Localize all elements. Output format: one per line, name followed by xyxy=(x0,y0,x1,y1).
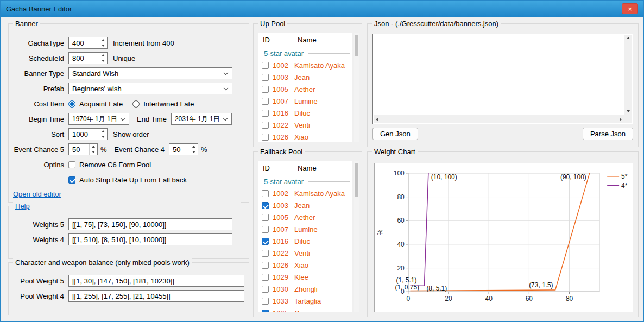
json-horizontal-scrollbar[interactable] xyxy=(374,115,624,123)
event-chance-5-spinner[interactable]: 50 xyxy=(68,143,98,155)
fallback-pool-scrollbar[interactable] xyxy=(354,161,359,312)
spin-down-icon[interactable] xyxy=(90,149,97,155)
id-column-header[interactable]: ID xyxy=(258,161,292,175)
spin-down-icon[interactable] xyxy=(99,43,107,48)
spin-down-icon[interactable] xyxy=(99,134,107,140)
list-item[interactable]: 1022Venti xyxy=(258,119,352,131)
checkbox-icon[interactable] xyxy=(68,161,75,168)
scrollbar-thumb[interactable] xyxy=(355,163,358,197)
row-checkbox-icon[interactable] xyxy=(262,286,269,293)
scroll-up-icon[interactable] xyxy=(627,37,630,39)
spin-up-icon[interactable] xyxy=(99,37,107,43)
gacha-type-value: 400 xyxy=(72,39,84,47)
auto-strip-checkbox-option[interactable]: Auto Strip Rate Up From Fall back xyxy=(68,176,187,184)
id-column-header[interactable]: ID xyxy=(258,33,292,47)
name-column-header[interactable]: Name xyxy=(292,33,317,47)
row-id: 1022 xyxy=(273,121,294,129)
pool-weight5-value: [[1, 30], [147, 150], [181, 10230]] xyxy=(72,277,174,285)
list-item[interactable]: 1016Diluc xyxy=(258,235,352,247)
list-item[interactable]: 1022Venti xyxy=(258,247,352,259)
list-item[interactable]: 1007Lumine xyxy=(258,95,352,107)
list-item[interactable]: 1005Aether xyxy=(258,83,352,95)
scrollbar-thumb[interactable] xyxy=(355,35,358,56)
spin-down-icon[interactable] xyxy=(190,149,198,155)
list-item[interactable]: 1029Klee xyxy=(258,271,352,283)
schedule-id-spinner[interactable]: 800 xyxy=(68,52,108,64)
weights5-input[interactable]: [[1, 75], [73, 150], [90, 10000]] xyxy=(68,218,232,230)
row-name: Aether xyxy=(294,85,315,93)
scroll-down-icon[interactable] xyxy=(627,110,630,112)
spin-up-icon[interactable] xyxy=(190,144,198,149)
gen-json-button[interactable]: Gen Json xyxy=(372,128,418,140)
event-chance-4-spinner[interactable]: 50 xyxy=(169,143,198,155)
prefab-value: Beginners' wish xyxy=(72,85,122,93)
pool-weight5-input[interactable]: [[1, 30], [147, 150], [181, 10230]] xyxy=(68,275,244,287)
list-item[interactable]: 1003Jean xyxy=(258,199,352,211)
table-header: ID Name xyxy=(258,33,352,47)
list-item[interactable]: 1007Lumine xyxy=(258,223,352,235)
list-item[interactable]: 1005Aether xyxy=(258,211,352,223)
row-checkbox-icon[interactable] xyxy=(262,110,269,117)
up-pool-scrollbar[interactable] xyxy=(354,33,359,142)
scroll-right-icon[interactable] xyxy=(620,118,622,121)
group-row[interactable]: 5-star avatar xyxy=(258,47,352,59)
list-item[interactable]: 1002Kamisato Ayaka xyxy=(258,187,352,199)
radio-icon[interactable] xyxy=(68,100,75,108)
prefab-select[interactable]: Beginners' wish xyxy=(68,83,232,94)
list-item[interactable]: 1003Jean xyxy=(258,71,352,83)
list-item[interactable]: 1035Qiqi xyxy=(258,307,352,312)
row-checkbox-icon[interactable] xyxy=(262,74,269,81)
pool-weight4-input[interactable]: [[1, 255], [17, 255], [21, 10455]] xyxy=(68,290,244,302)
group-row[interactable]: 5-star avatar xyxy=(258,175,352,187)
json-vertical-scrollbar[interactable] xyxy=(624,35,632,115)
row-checkbox-icon[interactable] xyxy=(262,86,269,93)
remove-c6-checkbox-option[interactable]: Remove C6 Form Pool xyxy=(68,161,151,169)
sort-spinner[interactable]: 1000 xyxy=(68,128,108,140)
weights4-input[interactable]: [[1, 510], [8, 510], [10, 10000]] xyxy=(68,233,232,245)
svg-text:5*: 5* xyxy=(621,173,628,180)
list-item[interactable]: 1002Kamisato Ayaka xyxy=(258,59,352,71)
row-checkbox-icon[interactable] xyxy=(262,202,269,209)
spin-up-icon[interactable] xyxy=(99,53,107,58)
row-checkbox-icon[interactable] xyxy=(262,214,269,221)
acquaint-fate-radio-option[interactable]: Acquaint Fate xyxy=(68,100,123,108)
list-item[interactable]: 1030Zhongli xyxy=(258,283,352,295)
begin-time-picker[interactable]: 1970年 1月 1日 xyxy=(68,113,129,125)
list-item[interactable]: 1026Xiao xyxy=(258,131,352,142)
checkbox-icon[interactable] xyxy=(68,176,75,184)
end-time-picker[interactable]: 2031年 1月 1日 xyxy=(171,113,232,125)
title-bar[interactable]: Gacha Banner Editor × xyxy=(1,1,643,17)
row-checkbox-icon[interactable] xyxy=(262,190,269,197)
banner-type-select[interactable]: Standard Wish xyxy=(68,67,232,79)
acquaint-fate-label: Acquaint Fate xyxy=(79,100,123,108)
spin-down-icon[interactable] xyxy=(99,58,107,64)
name-column-header[interactable]: Name xyxy=(292,161,317,175)
row-checkbox-icon[interactable] xyxy=(262,274,269,281)
open-old-editor-link[interactable]: Open old editor xyxy=(13,190,61,198)
row-checkbox-icon[interactable] xyxy=(262,238,269,245)
row-checkbox-icon[interactable] xyxy=(262,98,269,105)
scroll-left-icon[interactable] xyxy=(376,118,378,121)
row-checkbox-icon[interactable] xyxy=(262,134,269,141)
close-button[interactable]: × xyxy=(622,3,638,14)
row-name: Jean xyxy=(294,201,310,210)
spin-up-icon[interactable] xyxy=(90,144,97,149)
intertwined-fate-radio-option[interactable]: Intertwined Fate xyxy=(132,100,194,108)
row-checkbox-icon[interactable] xyxy=(262,62,269,69)
help-link[interactable]: Help xyxy=(13,202,241,210)
row-checkbox-icon[interactable] xyxy=(262,122,269,129)
parse-json-button[interactable]: Parse Json xyxy=(583,128,633,140)
row-checkbox-icon[interactable] xyxy=(262,250,269,257)
list-item[interactable]: 1033Tartaglia xyxy=(258,295,352,307)
gacha-type-spinner[interactable]: 400 xyxy=(68,37,108,49)
spin-up-icon[interactable] xyxy=(99,129,107,134)
json-textarea[interactable] xyxy=(372,34,633,124)
row-checkbox-icon[interactable] xyxy=(262,298,269,305)
row-checkbox-icon[interactable] xyxy=(262,310,269,313)
list-item[interactable]: 1026Xiao xyxy=(258,259,352,271)
row-checkbox-icon[interactable] xyxy=(262,262,269,269)
radio-icon[interactable] xyxy=(132,100,140,108)
list-item[interactable]: 1016Diluc xyxy=(258,107,352,119)
row-checkbox-icon[interactable] xyxy=(262,226,269,233)
row-name: Diluc xyxy=(294,237,310,245)
